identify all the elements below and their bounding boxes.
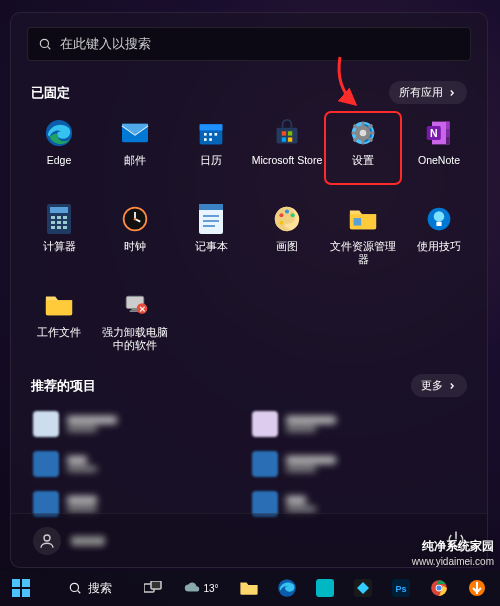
svg-rect-10 (209, 138, 212, 141)
chevron-right-icon (447, 88, 457, 98)
file-icon (33, 411, 59, 437)
recommended-item[interactable] (33, 411, 246, 437)
edge-icon (44, 118, 74, 148)
gear-icon (348, 118, 378, 148)
tile-explorer[interactable]: 文件资源管理器 (325, 198, 401, 270)
more-button[interactable]: 更多 (411, 374, 467, 397)
svg-rect-15 (288, 137, 292, 141)
calendar-icon (196, 118, 226, 148)
tile-edge[interactable]: Edge (21, 112, 97, 184)
svg-rect-9 (204, 138, 207, 141)
svg-point-86 (436, 585, 441, 590)
svg-rect-43 (57, 226, 61, 229)
recommended-header: 推荐的项目 更多 (31, 374, 467, 397)
svg-rect-20 (362, 140, 365, 145)
recommended-item-text (286, 496, 316, 512)
svg-rect-40 (57, 221, 61, 224)
svg-rect-22 (370, 132, 375, 135)
taskbar-search-label: 搜索 (88, 580, 112, 597)
tile-uninstall[interactable]: ✕ 强力卸载电脑中的软件 (97, 284, 173, 356)
all-apps-button[interactable]: 所有应用 (389, 81, 467, 104)
svg-rect-35 (50, 207, 68, 213)
start-button[interactable] (4, 573, 38, 603)
svg-point-75 (70, 583, 78, 591)
taskbar-edge[interactable] (270, 573, 304, 603)
search-bar[interactable]: 在此键入以搜索 (27, 27, 471, 61)
pinned-title: 已固定 (31, 84, 70, 102)
svg-rect-59 (354, 218, 362, 226)
taskbar-app[interactable] (346, 573, 380, 603)
tile-label: 使用技巧 (417, 240, 461, 253)
svg-rect-7 (209, 133, 212, 136)
svg-rect-19 (362, 122, 365, 127)
taskbar: 搜索 13° Ps (0, 570, 500, 606)
folder-icon (239, 580, 259, 596)
watermark-url: www.yidaimei.com (412, 555, 494, 568)
svg-rect-44 (63, 226, 67, 229)
tile-label: 画图 (276, 240, 298, 253)
edge-icon (277, 578, 297, 598)
tile-calendar[interactable]: 日历 (173, 112, 249, 184)
chrome-icon (430, 579, 448, 597)
svg-rect-13 (288, 131, 292, 135)
recommended-item-text (286, 416, 336, 432)
taskbar-explorer[interactable] (232, 573, 266, 603)
svg-rect-36 (51, 216, 55, 219)
svg-rect-31 (446, 137, 450, 145)
svg-text:N: N (430, 127, 438, 139)
svg-rect-6 (204, 133, 207, 136)
tile-notepad[interactable]: 记事本 (173, 198, 249, 270)
svg-point-55 (279, 213, 283, 217)
svg-rect-14 (282, 137, 286, 141)
svg-rect-62 (436, 222, 441, 226)
tile-settings[interactable]: 设置 (325, 112, 401, 184)
tile-label: 文件资源管理器 (326, 240, 400, 265)
notepad-icon (196, 204, 226, 234)
folder-icon (44, 290, 74, 320)
tile-onenote[interactable]: N OneNote (401, 112, 477, 184)
tile-clock[interactable]: 时钟 (97, 198, 173, 270)
user-account-button[interactable] (33, 527, 105, 555)
svg-rect-37 (57, 216, 61, 219)
svg-rect-21 (352, 132, 357, 135)
taskbar-search[interactable]: 搜索 (42, 573, 132, 603)
tile-calculator[interactable]: 计算器 (21, 198, 97, 270)
svg-point-69 (44, 535, 50, 541)
tile-label: 设置 (352, 154, 374, 167)
taskbar-chrome[interactable] (422, 573, 456, 603)
calculator-icon (44, 204, 74, 234)
tile-label: 计算器 (43, 240, 76, 253)
tile-label: 邮件 (124, 154, 146, 167)
recommended-item-text (67, 496, 97, 512)
tile-label: 强力卸载电脑中的软件 (98, 326, 172, 351)
tips-icon (424, 204, 454, 234)
recommended-item[interactable] (33, 451, 246, 477)
svg-rect-50 (199, 204, 223, 210)
search-icon (68, 581, 82, 595)
taskbar-taskview[interactable] (136, 573, 170, 603)
svg-rect-8 (215, 133, 218, 136)
app-icon (468, 579, 486, 597)
svg-rect-30 (446, 129, 450, 137)
taskbar-app[interactable] (460, 573, 494, 603)
watermark: 纯净系统家园 www.yidaimei.com (412, 539, 494, 568)
recommended-item[interactable] (252, 411, 465, 437)
taskbar-weather[interactable]: 13° (174, 573, 228, 603)
svg-rect-39 (51, 221, 55, 224)
svg-point-0 (40, 39, 48, 47)
tile-tips[interactable]: 使用技巧 (401, 198, 477, 270)
taskbar-photoshop[interactable]: Ps (384, 573, 418, 603)
taskbar-app[interactable] (308, 573, 342, 603)
tile-store[interactable]: Microsoft Store (249, 112, 325, 184)
watermark-title: 纯净系统家园 (412, 539, 494, 555)
svg-rect-29 (446, 122, 450, 129)
tile-label: 时钟 (124, 240, 146, 253)
app-icon (354, 579, 372, 597)
tile-paint[interactable]: 画图 (249, 198, 325, 270)
svg-text:Ps: Ps (395, 584, 406, 594)
tile-work-folder[interactable]: 工作文件 (21, 284, 97, 356)
username (71, 536, 105, 546)
recommended-item[interactable] (252, 451, 465, 477)
tile-mail[interactable]: 邮件 (97, 112, 173, 184)
svg-line-76 (78, 591, 81, 594)
